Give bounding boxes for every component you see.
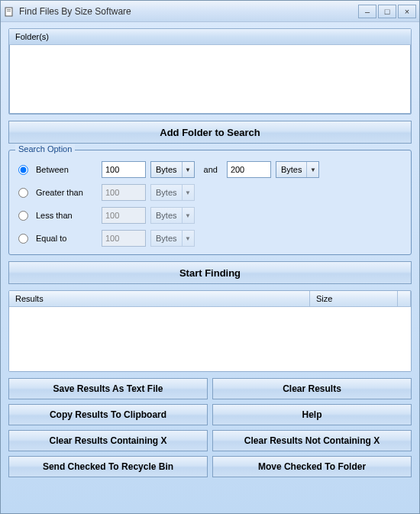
content-area: Folder(s) Add Folder to Search Search Op… bbox=[1, 22, 419, 483]
button-grid: Save Results As Text File Clear Results … bbox=[8, 378, 412, 477]
move-folder-button[interactable]: Move Checked To Folder bbox=[212, 456, 412, 477]
maximize-button[interactable]: □ bbox=[378, 5, 396, 18]
close-button[interactable]: × bbox=[398, 5, 416, 18]
less-value-input bbox=[102, 207, 146, 224]
start-finding-button[interactable]: Start Finding bbox=[8, 261, 412, 284]
label-greater-than: Greater than bbox=[36, 188, 97, 197]
results-listbox[interactable] bbox=[9, 307, 411, 371]
chevron-down-icon: ▼ bbox=[182, 208, 194, 223]
between-unit1-combo[interactable]: Bytes ▼ bbox=[150, 161, 195, 178]
less-unit-combo: Bytes ▼ bbox=[150, 207, 195, 224]
option-less-row: Less than Bytes ▼ bbox=[17, 204, 403, 227]
chevron-down-icon: ▼ bbox=[306, 162, 318, 177]
titlebar[interactable]: Find Files By Size Software – □ × bbox=[1, 1, 419, 22]
save-results-text-button[interactable]: Save Results As Text File bbox=[8, 378, 208, 399]
greater-unit-combo: Bytes ▼ bbox=[150, 184, 195, 201]
results-column-header[interactable]: Results bbox=[9, 291, 310, 306]
between-unit2-combo[interactable]: Bytes ▼ bbox=[276, 161, 320, 178]
greater-value-input bbox=[102, 184, 146, 201]
label-less-than: Less than bbox=[36, 211, 97, 220]
chevron-down-icon: ▼ bbox=[182, 162, 194, 177]
clear-results-button[interactable]: Clear Results bbox=[212, 378, 412, 399]
clear-containing-button[interactable]: Clear Results Containing X bbox=[8, 430, 208, 451]
between-value1-input[interactable] bbox=[102, 161, 146, 178]
copy-clipboard-button[interactable]: Copy Results To Clipboard bbox=[8, 404, 208, 425]
and-label: and bbox=[199, 165, 222, 174]
chevron-down-icon: ▼ bbox=[182, 231, 194, 246]
radio-less-than[interactable] bbox=[18, 211, 28, 221]
chevron-down-icon: ▼ bbox=[182, 185, 194, 200]
folders-panel: Folder(s) bbox=[8, 28, 412, 115]
combo-text: Bytes bbox=[276, 165, 307, 174]
combo-text: Bytes bbox=[151, 165, 182, 174]
minimize-button[interactable]: – bbox=[358, 5, 376, 18]
equal-unit-combo: Bytes ▼ bbox=[150, 230, 195, 247]
folders-listbox[interactable] bbox=[9, 45, 411, 114]
size-column-header[interactable]: Size bbox=[310, 291, 398, 306]
combo-text: Bytes bbox=[151, 188, 182, 197]
radio-equal-to[interactable] bbox=[18, 234, 28, 244]
radio-between[interactable] bbox=[18, 165, 28, 175]
app-window: Find Files By Size Software – □ × Folder… bbox=[0, 0, 420, 514]
clear-not-containing-button[interactable]: Clear Results Not Containing X bbox=[212, 430, 412, 451]
option-equal-row: Equal to Bytes ▼ bbox=[17, 227, 403, 250]
svg-rect-0 bbox=[5, 8, 12, 16]
label-equal-to: Equal to bbox=[36, 234, 97, 243]
add-folder-button[interactable]: Add Folder to Search bbox=[8, 121, 412, 144]
app-icon bbox=[4, 5, 16, 18]
results-header: Results Size bbox=[9, 291, 411, 307]
combo-text: Bytes bbox=[151, 211, 182, 220]
combo-text: Bytes bbox=[151, 234, 182, 243]
search-option-legend: Search Option bbox=[15, 144, 75, 154]
svg-rect-2 bbox=[7, 11, 11, 11]
svg-rect-1 bbox=[7, 9, 11, 10]
label-between: Between bbox=[36, 165, 97, 174]
equal-value-input bbox=[102, 230, 146, 247]
option-greater-row: Greater than Bytes ▼ bbox=[17, 181, 403, 204]
between-value2-input[interactable] bbox=[227, 161, 271, 178]
window-title: Find Files By Size Software bbox=[19, 6, 357, 17]
folders-header: Folder(s) bbox=[9, 29, 411, 45]
results-panel: Results Size bbox=[8, 290, 412, 372]
option-between-row: Between Bytes ▼ and Bytes ▼ bbox=[17, 158, 403, 181]
extra-column-header bbox=[398, 291, 411, 306]
send-recycle-button[interactable]: Send Checked To Recycle Bin bbox=[8, 456, 208, 477]
radio-greater-than[interactable] bbox=[18, 188, 28, 198]
search-option-group: Search Option Between Bytes ▼ and Bytes … bbox=[8, 150, 412, 255]
help-button[interactable]: Help bbox=[212, 404, 412, 425]
